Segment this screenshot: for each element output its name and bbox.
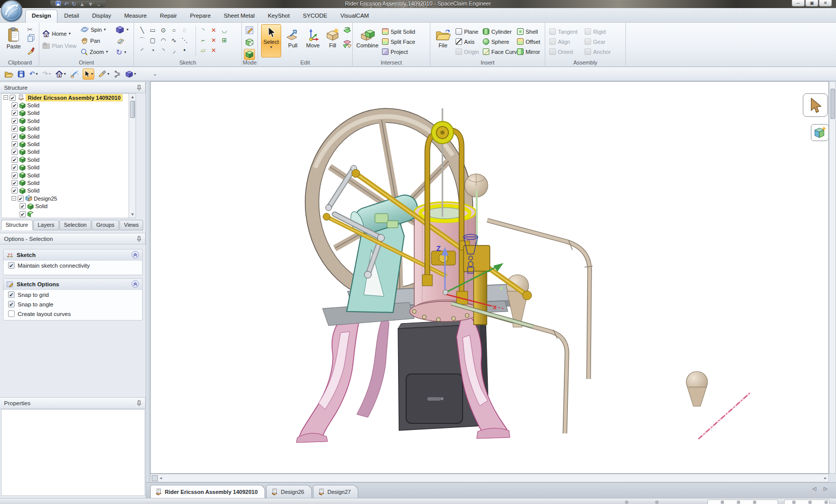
menu-tab[interactable]: Display: [86, 10, 118, 23]
visibility-checkbox[interactable]: ✔: [12, 149, 18, 155]
fillet-curve-tool[interactable]: ◝: [198, 26, 208, 35]
offset-button[interactable]: Offset: [517, 37, 540, 46]
bend-curve-tool[interactable]: ▱: [198, 46, 208, 55]
toolbar-overflow-button[interactable]: ⌄: [152, 69, 158, 80]
home-toolbar-button[interactable]: ▾: [55, 69, 67, 80]
pull-button[interactable]: Pull: [283, 26, 302, 49]
component-float-button[interactable]: [811, 124, 829, 141]
snap-to-angle-option[interactable]: ✔ Snap to angle: [4, 299, 142, 309]
viewport-horizontal-scrollbar[interactable]: ◂ ▸: [150, 474, 829, 482]
two-point-circle-tool[interactable]: ◠: [158, 36, 168, 45]
spaceclaim-logo-icon[interactable]: [1, 0, 24, 23]
open-button[interactable]: [4, 69, 14, 80]
anchor-button[interactable]: Anchor: [585, 47, 611, 56]
tree-root-label[interactable]: Rider Ericsson Assembly 14092010: [26, 94, 122, 101]
three-point-rectangle-tool[interactable]: ▢: [148, 36, 158, 45]
scrollbar-thumb[interactable]: [152, 475, 158, 481]
panel-splitter[interactable]: [146, 81, 150, 498]
visibility-checkbox[interactable]: ✔: [12, 125, 18, 132]
close-button[interactable]: ✕: [819, 0, 832, 7]
tree-item-solid[interactable]: ✔ Solid: [2, 101, 136, 109]
view-cube-button[interactable]: ▾: [116, 25, 128, 34]
replace-face-button[interactable]: [343, 27, 352, 36]
tree-item-solid[interactable]: ✔ Solid: [2, 125, 136, 133]
view-cube-toolbar-button[interactable]: ▾: [125, 69, 137, 80]
sketch-mode-button[interactable]: [244, 25, 255, 36]
snap-to-grid-option[interactable]: ✔ Snap to grid: [4, 290, 142, 299]
tree-scrollbar[interactable]: ▲ ▼: [128, 94, 136, 218]
visibility-checkbox[interactable]: ✔: [12, 102, 18, 108]
highlight-brush-button[interactable]: ▾: [98, 69, 110, 80]
face-curve-button[interactable]: Face Curve: [483, 47, 520, 56]
insert-file-button[interactable]: File: [433, 26, 453, 49]
collapse-chevron-icon[interactable]: [132, 280, 139, 288]
cylinder-flange[interactable]: [410, 301, 480, 322]
pin-icon[interactable]: [137, 85, 142, 91]
undo-toolbar-button[interactable]: ↶▾: [29, 69, 38, 80]
scroll-right-arrow[interactable]: ▸: [822, 476, 828, 480]
tree-item-solid[interactable]: ✔ Solid: [2, 171, 136, 179]
polygon-tool[interactable]: ○: [169, 26, 179, 35]
menu-tab[interactable]: Prepare: [183, 10, 217, 23]
engine-model[interactable]: Z X: [151, 82, 828, 473]
visibility-checkbox[interactable]: ✔: [12, 164, 18, 170]
restore-button[interactable]: ▣: [805, 0, 818, 7]
checkbox[interactable]: ✔: [8, 301, 15, 307]
menu-tab[interactable]: SYCODE: [296, 10, 334, 23]
paste-button[interactable]: Paste: [3, 25, 25, 50]
pan-button[interactable]: Pan: [81, 36, 100, 45]
tree-item-design25[interactable]: − ✔ Design25: [2, 195, 136, 202]
tree-item-solid[interactable]: ✔ Solid: [2, 187, 136, 195]
visibility-checkbox[interactable]: ✔: [12, 157, 18, 163]
tree-item-solid[interactable]: ✔ Solid: [2, 179, 136, 186]
select-mode-float-button[interactable]: [803, 93, 828, 117]
document-tab[interactable]: Rider Ericsson Assembly 14092010: [150, 485, 265, 498]
cylinder-button[interactable]: Cylinder: [483, 27, 520, 36]
construction-circle-tool[interactable]: ◌: [179, 26, 189, 35]
menu-tab[interactable]: Detail: [57, 10, 85, 23]
rigid-button[interactable]: Rigid: [585, 27, 611, 36]
clip-tool-button[interactable]: [113, 69, 121, 80]
sphere-button[interactable]: Sphere: [483, 37, 520, 46]
document-tab[interactable]: Design27: [313, 485, 358, 498]
tree-item-solid-clipped[interactable]: ✔: [2, 210, 136, 218]
select-tool-button[interactable]: ▾: [83, 69, 94, 80]
pipes[interactable]: [485, 220, 593, 433]
create-layout-curves-option[interactable]: Create layout curves: [4, 309, 142, 319]
construction-line-tool[interactable]: ⋱: [179, 36, 189, 45]
pin-icon[interactable]: [137, 400, 142, 407]
visibility-checkbox[interactable]: ✔: [12, 118, 18, 124]
visibility-checkbox[interactable]: ✔: [12, 187, 18, 194]
rotate-view-button[interactable]: ↻▾: [116, 47, 126, 57]
mirror-button[interactable]: Mirror: [517, 47, 540, 56]
ellipse-tool[interactable]: ◔: [148, 46, 158, 55]
sketch-view-button[interactable]: [116, 36, 124, 46]
panel-tab[interactable]: Selection: [59, 220, 91, 230]
cut-button[interactable]: ✂: [27, 26, 33, 33]
three-point-arc-tool[interactable]: ◞: [169, 46, 179, 55]
spline-tool[interactable]: ∿: [169, 36, 179, 45]
sweep-arc-tool[interactable]: ◝: [158, 46, 168, 55]
tree-item-solid[interactable]: ✔ Solid: [2, 117, 136, 124]
visibility-checkbox[interactable]: ✔: [12, 134, 18, 140]
visibility-checkbox[interactable]: ✔: [12, 141, 18, 147]
pin-icon[interactable]: [137, 236, 142, 242]
solid-mode-button[interactable]: [244, 49, 255, 60]
visibility-checkbox[interactable]: ✔: [20, 203, 26, 209]
visibility-checkbox[interactable]: ✔: [10, 95, 16, 101]
copy-button[interactable]: [28, 36, 33, 42]
menu-tab[interactable]: Repair: [153, 10, 183, 23]
menu-tab[interactable]: Design: [25, 10, 57, 23]
orient-button[interactable]: Orient: [549, 47, 577, 56]
sketch-options-header[interactable]: Sketch Options: [4, 279, 142, 290]
trim-curve-tool[interactable]: ✕: [209, 26, 219, 35]
point-tool[interactable]: •: [179, 46, 189, 55]
tree-item-solid[interactable]: ✔ Solid: [2, 164, 136, 171]
visibility-checkbox[interactable]: ✔: [12, 172, 18, 178]
menu-tab[interactable]: KeyShot: [261, 10, 296, 23]
combine-button[interactable]: Combine: [355, 26, 379, 49]
collapse-chevron-icon[interactable]: [132, 251, 139, 259]
unfold-button[interactable]: [343, 40, 352, 50]
visibility-checkbox[interactable]: ✔: [12, 110, 18, 116]
spray-select-button[interactable]: [70, 69, 79, 80]
